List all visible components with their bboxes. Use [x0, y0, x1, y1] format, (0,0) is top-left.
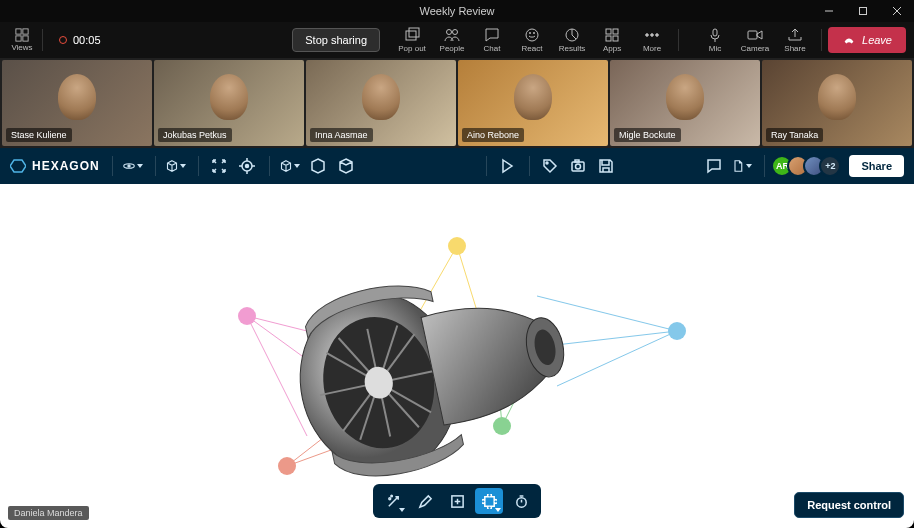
avatar-stack[interactable]: AR +2	[777, 155, 841, 177]
box-tool[interactable]	[166, 156, 186, 176]
app-header: HEXAGON AR +2 Share	[0, 148, 914, 184]
react-button[interactable]: React	[512, 27, 552, 53]
divider	[678, 29, 679, 51]
svg-rect-17	[613, 29, 618, 34]
svg-point-13	[529, 32, 530, 33]
svg-line-35	[457, 246, 477, 311]
participant-tile[interactable]: Inna Aasmae	[306, 60, 456, 146]
window-close-button[interactable]	[880, 0, 914, 22]
participant-tile[interactable]: Migle Bockute	[610, 60, 760, 146]
play-tool[interactable]	[497, 156, 517, 176]
pen-tool[interactable]	[411, 488, 439, 514]
cube-tool[interactable]	[280, 156, 300, 176]
magic-tool[interactable]	[379, 488, 407, 514]
participant-tile[interactable]: Jokubas Petkus	[154, 60, 304, 146]
divider	[42, 29, 43, 51]
svg-rect-9	[409, 28, 419, 37]
svg-rect-23	[713, 29, 717, 36]
file-tool[interactable]	[732, 156, 752, 176]
svg-point-29	[245, 165, 248, 168]
svg-rect-1	[860, 8, 867, 15]
svg-point-32	[575, 164, 580, 169]
participant-name: Ray Tanaka	[766, 128, 823, 142]
meeting-actions: Pop out People Chat React Results Apps M…	[392, 27, 672, 53]
svg-point-20	[646, 34, 649, 37]
svg-line-39	[247, 316, 307, 436]
svg-rect-18	[606, 36, 611, 41]
svg-point-30	[546, 162, 548, 164]
record-icon	[59, 36, 67, 44]
svg-line-34	[417, 246, 457, 316]
window-maximize-button[interactable]	[846, 0, 880, 22]
svg-point-43	[278, 457, 296, 475]
participant-name: Jokubas Petkus	[158, 128, 232, 142]
svg-point-63	[390, 495, 392, 497]
svg-point-10	[447, 30, 452, 35]
timer-tool[interactable]	[507, 488, 535, 514]
window-minimize-button[interactable]	[812, 0, 846, 22]
more-button[interactable]: More	[632, 27, 672, 53]
expand-tool[interactable]	[209, 156, 229, 176]
svg-point-50	[668, 322, 686, 340]
svg-rect-5	[23, 29, 28, 34]
annotation-toolbar	[373, 484, 541, 518]
stop-sharing-button[interactable]: Stop sharing	[292, 28, 380, 52]
add-panel-tool[interactable]	[443, 488, 471, 514]
app-share-button[interactable]: Share	[849, 155, 904, 177]
recording-indicator: 00:05	[59, 34, 101, 46]
cube2-tool[interactable]	[308, 156, 328, 176]
svg-point-62	[388, 497, 390, 499]
svg-marker-25	[10, 160, 26, 172]
request-control-button[interactable]: Request control	[794, 492, 904, 518]
svg-rect-7	[23, 36, 28, 41]
svg-point-14	[533, 32, 534, 33]
chat-button[interactable]: Chat	[472, 27, 512, 53]
share-button[interactable]: Share	[775, 27, 815, 53]
svg-line-47	[537, 296, 677, 331]
tag-tool[interactable]	[540, 156, 560, 176]
cube3-tool[interactable]	[336, 156, 356, 176]
puzzle-tool[interactable]	[475, 488, 503, 514]
recording-time: 00:05	[73, 34, 101, 46]
comment-tool[interactable]	[704, 156, 724, 176]
camera-button[interactable]: Camera	[735, 27, 775, 53]
svg-point-21	[651, 34, 654, 37]
presenter-label: Daniela Mandera	[8, 506, 89, 520]
meeting-toolbar: Views 00:05 Stop sharing Pop out People …	[0, 22, 914, 58]
participant-name: Stase Kuliene	[6, 128, 72, 142]
window-title: Weekly Review	[420, 5, 495, 17]
svg-line-48	[547, 331, 677, 346]
views-button[interactable]: Views	[8, 28, 36, 52]
leave-button[interactable]: Leave	[828, 27, 906, 53]
self-controls: Mic Camera Share	[695, 27, 815, 53]
participant-strip: Stase Kuliene Jokubas Petkus Inna Aasmae…	[0, 58, 914, 148]
svg-point-27	[128, 165, 130, 167]
participant-tile[interactable]: Aino Rebone	[458, 60, 608, 146]
participant-tile[interactable]: Stase Kuliene	[2, 60, 152, 146]
svg-rect-16	[606, 29, 611, 34]
views-label: Views	[11, 43, 32, 52]
svg-point-22	[656, 34, 659, 37]
participant-tile[interactable]: Ray Tanaka	[762, 60, 912, 146]
svg-rect-6	[16, 36, 21, 41]
camera-tool[interactable]	[568, 156, 588, 176]
apps-button[interactable]: Apps	[592, 27, 632, 53]
window-titlebar: Weekly Review	[0, 0, 914, 22]
target-tool[interactable]	[237, 156, 257, 176]
svg-line-49	[557, 331, 677, 386]
people-button[interactable]: People	[432, 27, 472, 53]
svg-point-46	[493, 417, 511, 435]
shared-content-canvas[interactable]: Daniela Mandera Request control	[0, 184, 914, 528]
svg-point-40	[238, 307, 256, 325]
participant-name: Migle Bockute	[614, 128, 681, 142]
divider	[821, 29, 822, 51]
mic-button[interactable]: Mic	[695, 27, 735, 53]
svg-point-36	[448, 237, 466, 255]
svg-rect-19	[613, 36, 618, 41]
results-button[interactable]: Results	[552, 27, 592, 53]
save-tool[interactable]	[596, 156, 616, 176]
popout-button[interactable]: Pop out	[392, 27, 432, 53]
model-viewport[interactable]	[197, 216, 717, 496]
orbit-tool[interactable]	[123, 156, 143, 176]
svg-rect-8	[406, 31, 416, 40]
